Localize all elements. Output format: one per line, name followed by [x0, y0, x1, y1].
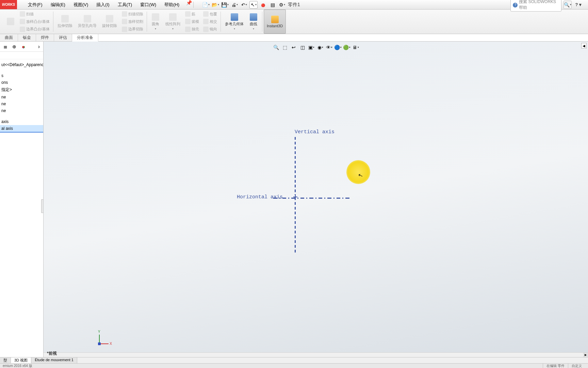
loft-boss-button: 放样凸台/基体	[19, 18, 50, 25]
tree-item[interactable]: 指定>	[0, 86, 43, 94]
menu-file[interactable]: 文件(F)	[24, 0, 47, 10]
tab-evaluate[interactable]: 评估	[54, 34, 72, 41]
print-icon	[231, 2, 236, 7]
menu-bar: WORKS 文件(F) 编辑(E) 视图(V) 插入(I) 工具(T) 窗口(W…	[0, 0, 588, 10]
save-button[interactable]	[221, 1, 229, 9]
tree-item[interactable]: ne	[0, 107, 43, 114]
appear-icon	[334, 45, 340, 50]
search-placeholder: 搜索 SOLIDWORKS 帮助	[519, 0, 559, 11]
feature-tree: ut<<Défaut>_Apparence Ef s ons 指定> ne ne…	[0, 59, 43, 135]
help-dropdown[interactable]: ? ▾	[574, 2, 583, 7]
linear-pattern-button: 线性阵列▾	[163, 10, 183, 34]
feature-tree-panel: › ut<<Défaut>_Apparence Ef s ons 指定> ne …	[0, 42, 44, 357]
viewport-scrollbar[interactable]: *前视 ▶	[44, 352, 588, 357]
select-button[interactable]	[249, 1, 258, 9]
tab-analysis-prep[interactable]: 分析准备	[72, 34, 98, 42]
rebuild-button[interactable]	[259, 1, 267, 9]
tab-sheetmetal[interactable]: 钣金	[18, 34, 36, 41]
boundary-boss-button: 边界凸台/基体	[19, 26, 50, 32]
select-icon	[251, 2, 255, 7]
pin-icon[interactable]: 📌	[186, 0, 192, 10]
motion-tabs: 型 3D 视图 Étude de mouvement 1	[0, 357, 588, 363]
tree-item-selected[interactable]: al axis	[0, 125, 43, 133]
view-settings-button[interactable]	[352, 44, 359, 51]
zoom-area-button[interactable]	[281, 44, 289, 51]
view-orient-button[interactable]	[308, 44, 315, 51]
target-icon	[12, 44, 16, 49]
ref-geometry-button[interactable]: 参考几何体▾	[222, 10, 246, 34]
tree-item[interactable]: ne	[0, 101, 43, 107]
task-pane-toggle[interactable]: ◀	[581, 43, 587, 48]
fillet-button: 圆角▾	[148, 10, 163, 34]
options-button[interactable]	[278, 1, 286, 9]
status-version: emium 2016 x64 版	[3, 364, 543, 368]
hide-show-button[interactable]	[325, 44, 333, 51]
status-editing: 在编辑 零件	[543, 364, 568, 368]
menu-tools[interactable]: 工具(T)	[114, 0, 136, 10]
list-icon	[271, 2, 275, 7]
display-icon	[317, 45, 322, 50]
tree-item-axis[interactable]: axis	[0, 118, 43, 125]
tree-root[interactable]: ut<<Défaut>_Apparence Ef	[0, 61, 43, 68]
rebuild-icon	[261, 2, 265, 7]
tree-tab-2[interactable]	[10, 43, 18, 51]
edit-appear-button[interactable]	[334, 44, 342, 51]
tree-filter[interactable]	[0, 52, 43, 59]
help-icon	[513, 2, 518, 7]
zoom-area-icon	[283, 45, 287, 50]
filter-button[interactable]	[268, 1, 277, 9]
instant3d-button[interactable]: Instant3D	[264, 10, 286, 34]
click-highlight	[346, 160, 370, 184]
zoom-fit-button[interactable]	[272, 44, 280, 51]
search-input[interactable]: 搜索 SOLIDWORKS 帮助	[510, 0, 561, 12]
orientation-triad[interactable]	[96, 333, 110, 347]
apply-scene-button[interactable]	[343, 44, 350, 51]
origin-marker[interactable]	[293, 195, 297, 199]
sidebar-resize-handle[interactable]	[41, 199, 44, 213]
tree-item[interactable]: ons	[0, 79, 43, 86]
tree-item[interactable]: ne	[0, 94, 43, 101]
tree-tab-1[interactable]	[1, 43, 10, 51]
revolve-cut-button: 旋转切除	[99, 10, 120, 34]
tab-surface[interactable]: 曲面	[0, 34, 18, 41]
ribbon-tabs: 曲面 钣金 焊件 评估 分析准备	[0, 34, 588, 42]
vertical-axis-line[interactable]	[295, 137, 296, 266]
new-button[interactable]	[202, 1, 210, 9]
prev-view-button[interactable]	[290, 44, 297, 51]
scene-icon	[343, 45, 349, 50]
section-view-button[interactable]	[299, 44, 306, 51]
sweep-button: 扫描	[19, 11, 50, 17]
tree-icon	[3, 44, 7, 49]
curves-button[interactable]: 曲线▾	[246, 10, 261, 34]
tab-3dview[interactable]: 3D 视图	[11, 357, 31, 363]
open-button[interactable]	[211, 1, 219, 9]
magnifier-icon	[564, 2, 570, 7]
menu-window[interactable]: 窗口(W)	[136, 0, 160, 10]
menu-view[interactable]: 视图(V)	[69, 0, 92, 10]
cut-group: 扫描切除 放样切割 边界切除	[120, 10, 145, 34]
eye-icon	[326, 45, 331, 50]
menu-insert[interactable]: 插入(I)	[92, 0, 113, 10]
tree-item[interactable]: s	[0, 72, 43, 79]
main-menu: 文件(F) 编辑(E) 视图(V) 插入(I) 工具(T) 窗口(W) 帮助(H…	[24, 0, 192, 10]
horizontal-axis-line[interactable]	[273, 198, 352, 199]
extrude-cut-button: 拉伸切除	[55, 10, 75, 34]
display-style-button[interactable]	[316, 44, 324, 51]
tab-model[interactable]: 型	[0, 357, 11, 363]
menu-help[interactable]: 帮助(H)	[160, 0, 183, 10]
search-go-button[interactable]	[564, 1, 572, 9]
undo-button[interactable]	[240, 1, 248, 9]
gear-icon	[279, 2, 283, 7]
scroll-right-button[interactable]: ▶	[583, 353, 588, 357]
model-viewport[interactable]: ◀ Vertical axis Horizontal axis ↖	[44, 42, 588, 357]
tab-motion-study[interactable]: Étude de mouvement 1	[31, 357, 77, 363]
print-button[interactable]	[230, 1, 239, 9]
tab-weldment[interactable]: 焊件	[36, 34, 54, 41]
app-logo: WORKS	[0, 0, 17, 9]
menu-edit[interactable]: 编辑(E)	[47, 0, 69, 10]
tree-expand-button[interactable]: ›	[36, 44, 42, 50]
hole-wizard-button: 异型孔向导	[75, 10, 99, 34]
status-custom[interactable]: 自定义	[568, 364, 585, 368]
horizontal-axis-label: Horizontal axis	[237, 194, 283, 200]
tree-tab-3[interactable]	[19, 43, 27, 51]
